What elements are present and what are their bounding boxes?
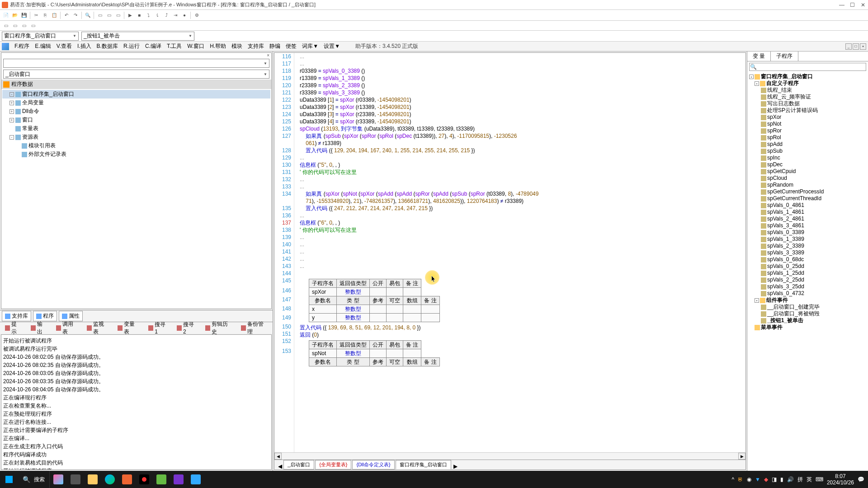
panel2-icon[interactable]: ▭ [105, 11, 113, 19]
tb2-icon-1[interactable]: ▭ [2, 22, 10, 30]
menu-item[interactable]: E.编辑 [32, 42, 53, 51]
tree-expand-icon[interactable]: - [755, 81, 759, 86]
maximize-button[interactable]: ☐ [850, 2, 855, 8]
close-button[interactable]: ✕ [861, 2, 866, 8]
subroutine-tree-item[interactable]: spRol [748, 134, 867, 141]
code-line[interactable]: uData3389 [3] = spXor (r23389, -14540982… [300, 111, 745, 118]
tree-expand-icon[interactable]: - [749, 75, 754, 79]
subroutine-tree-item[interactable]: spVals_0_3389 [748, 229, 867, 236]
subroutine-tree-item[interactable]: __启动窗口_将被销毁 [748, 310, 867, 317]
subroutine-tree-item[interactable]: spInc [748, 155, 867, 161]
editor-tab[interactable]: {Dll命令定义表} [352, 460, 394, 469]
subroutine-tree-item[interactable]: _按钮1_被单击 [748, 317, 867, 324]
mdi-close-icon[interactable]: × [860, 43, 866, 50]
menu-item[interactable]: R.运行 [121, 42, 142, 51]
menu-item[interactable]: 支持库 [245, 42, 267, 51]
step-into-icon[interactable]: ⤹ [153, 11, 161, 19]
subroutine-tree-item[interactable]: spVals_1_25dd [748, 270, 867, 277]
breakpoint-icon[interactable]: ● [180, 11, 189, 19]
code-line[interactable]: 信息框 ("5", 0, , ) [300, 161, 745, 169]
tree-expand-icon[interactable]: - [9, 92, 14, 97]
tab-next-icon[interactable]: ▶ [452, 463, 459, 469]
subroutine-tree-item[interactable]: spDec [748, 161, 867, 168]
open-icon[interactable]: 📂 [11, 11, 19, 19]
subroutine-tree-item[interactable]: -组件事件 [748, 297, 867, 304]
mdi-max-icon[interactable]: □ [853, 43, 859, 50]
tree-item[interactable]: -窗口程序集_启动窗口 [2, 90, 270, 99]
code-line[interactable]: 信息框 ("6", 0, , ) [300, 219, 745, 226]
run-icon[interactable]: ▶ [126, 11, 134, 19]
code-body[interactable]: ......r03389 = spVals_0_3389 ()r13389 = … [294, 53, 745, 452]
combo-scope[interactable]: 窗口程序集_启动窗口▼ [2, 32, 79, 41]
subroutine-tree-item[interactable]: 线程_结束 [748, 87, 867, 94]
code-line[interactable]: ' 你的代码可以写在这里 [300, 169, 745, 176]
tab-prev-icon[interactable]: ◀ [276, 463, 283, 469]
code-line[interactable]: ... [300, 154, 745, 161]
code-line[interactable]: ... [300, 212, 745, 219]
subroutine-tree-item[interactable]: spVals_3_4861 [748, 222, 867, 229]
tree-item[interactable]: 外部文件记录表 [2, 150, 270, 159]
code-line[interactable]: ... [300, 241, 745, 248]
code-line[interactable]: 如果真 (spXor (spNot (spXor (spAdd (spAdd (… [300, 190, 745, 205]
menu-item[interactable]: 词库▼ [299, 42, 321, 51]
subroutine-tree-item[interactable]: __启动窗口_创建完毕 [748, 304, 867, 310]
subroutine-tree-item[interactable]: spRandom [748, 182, 867, 188]
editor-tab[interactable]: 窗口程序集_启动窗口 [396, 460, 451, 469]
menu-item[interactable]: T.工具 [164, 42, 184, 51]
subroutine-tree-item[interactable]: spAdd [748, 141, 867, 148]
tab-subroutine[interactable]: 子程序 [771, 52, 798, 61]
code-line[interactable]: ' 你的代码可以写在这里 [300, 226, 745, 234]
subroutine-tree-item[interactable]: -自定义子程序 [748, 80, 867, 87]
subroutine-tree-item[interactable]: spVals_0_25dd [748, 263, 867, 270]
tree-expand-icon[interactable]: - [755, 298, 759, 303]
output-tab[interactable]: 搜寻2 [174, 319, 199, 336]
code-line[interactable]: r23389 = spVals_2_3389 () [300, 82, 745, 89]
tree-item[interactable]: +全局变量 [2, 99, 270, 107]
subroutine-tree-item[interactable]: spVals_0_68dc [748, 256, 867, 263]
menu-item[interactable]: 设置▼ [321, 42, 343, 51]
copy-icon[interactable]: ⎘ [41, 11, 49, 19]
tree-expand-icon[interactable]: + [9, 118, 14, 122]
code-line[interactable]: 子程序名返回值类型公开易包备 注spNot整数型参数名类 型参考可空数组备 注 [300, 340, 745, 366]
scroll-left-icon[interactable]: ◀ [274, 453, 282, 460]
code-line[interactable]: ... [300, 53, 745, 60]
program-tree[interactable]: -窗口程序集_启动窗口+全局变量+Dll命令+窗口常量表-资源表模块引用表外部文… [1, 89, 271, 309]
code-line[interactable]: 置入代码 ({ 129, 204, 194, 167, 240, 1, 255,… [300, 147, 745, 154]
find-icon[interactable]: 🔍 [84, 11, 92, 19]
code-line[interactable]: uData3389 [1] = spXor (r03389, -14540982… [300, 96, 745, 103]
code-line[interactable]: ... [300, 60, 745, 67]
subroutine-tree[interactable]: -窗口程序集_启动窗口-自定义子程序线程_结束线程_云_频率验证写出日志数据处理… [747, 72, 868, 471]
cut-icon[interactable]: ✂ [32, 11, 40, 19]
editor-tab[interactable]: _启动窗口 [283, 460, 314, 469]
minimize-button[interactable]: — [839, 2, 844, 8]
subroutine-tree-item[interactable]: spNot [748, 121, 867, 127]
code-line[interactable]: 子程序名返回值类型公开易包备 注spXor整数型参数名类 型参考可空数组备 注x… [300, 279, 745, 322]
tree-item[interactable]: 常量表 [2, 124, 270, 133]
subroutine-tree-item[interactable]: spXor [748, 114, 867, 121]
menu-item[interactable]: 便签 [283, 42, 299, 51]
code-line[interactable]: 返回 (0) [300, 331, 745, 338]
menu-item[interactable]: F.程序 [12, 42, 32, 51]
code-line[interactable]: ... [300, 183, 745, 190]
menu-item[interactable]: 静编 [267, 42, 283, 51]
subroutine-tree-item[interactable]: spVals_3_25dd [748, 283, 867, 290]
code-line[interactable]: 如果真 (spSub (spXor (spRor (spRol (spDec (… [300, 132, 745, 147]
code-line[interactable]: r03389 = spVals_0_3389 () [300, 67, 745, 75]
tree-item[interactable]: +窗口 [2, 116, 270, 124]
tree-item[interactable]: 模块引用表 [2, 141, 270, 150]
undo-icon[interactable]: ↶ [62, 11, 71, 19]
paste-icon[interactable]: 📋 [50, 11, 58, 19]
menu-item[interactable]: V.查看 [54, 42, 75, 51]
tree-expand-icon[interactable]: + [9, 109, 14, 114]
stop-icon[interactable]: ■ [135, 11, 143, 19]
panel1-icon[interactable]: ▭ [96, 11, 104, 19]
subroutine-tree-item[interactable]: spVals_0_4861 [748, 202, 867, 209]
mdi-min-icon[interactable]: _ [845, 43, 852, 50]
subroutine-tree-item[interactable]: spVals_2_3389 [748, 243, 867, 249]
subroutine-tree-item[interactable]: spGetCurrentProcessId [748, 188, 867, 195]
compile-icon[interactable]: ⚙ [193, 11, 201, 19]
menu-item[interactable]: W.窗口 [184, 42, 207, 51]
code-area[interactable]: 1161171181191201211221231241251261271281… [274, 53, 745, 452]
code-line[interactable] [300, 270, 745, 277]
subroutine-tree-item[interactable]: spVals_1_3389 [748, 236, 867, 243]
